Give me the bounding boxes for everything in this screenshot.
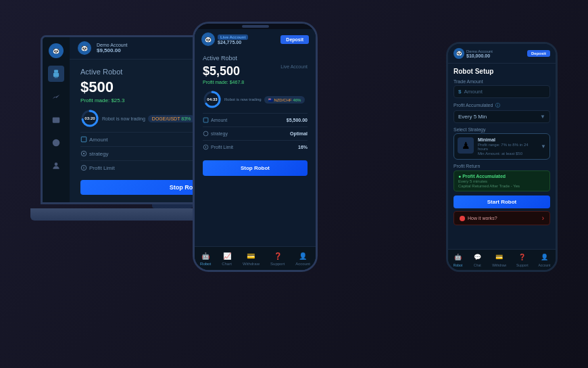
laptop-timer: 03:20 bbox=[80, 109, 99, 128]
phone2-how-it-works-text: How it works? bbox=[468, 216, 497, 221]
phone2-withdraw-nav-icon: 💳 bbox=[495, 252, 504, 262]
chart-nav-icon: 📈 bbox=[222, 251, 232, 260]
laptop-trading-label: Robot is now trading bbox=[102, 116, 145, 121]
phone2-strategy-card[interactable]: ♟ Minimal Profit range: 7% to 8% in 24 h… bbox=[454, 133, 550, 160]
phone2-support-nav-icon: ❓ bbox=[518, 252, 527, 262]
strategy-chevron-icon: ▼ bbox=[541, 143, 546, 150]
svg-rect-1 bbox=[53, 73, 59, 77]
svg-point-8 bbox=[55, 144, 56, 145]
phone1-ui: 🐼 Live Account $24,775.00 Deposit Active… bbox=[195, 29, 316, 270]
phone2-deposit-button[interactable]: Deposit bbox=[527, 50, 550, 57]
phone1-profit-made: Profit made: $467.8 bbox=[203, 80, 244, 85]
phone1-profit-limit-value: 16% bbox=[298, 145, 308, 150]
logo-icon: 🐼 bbox=[48, 43, 64, 59]
sidebar-account-icon[interactable] bbox=[48, 158, 64, 174]
svg-rect-0 bbox=[54, 70, 58, 73]
phone2-nav-robot[interactable]: 🤖 Robot bbox=[453, 252, 462, 267]
chess-piece-icon: ♟ bbox=[458, 137, 474, 154]
phone2-profit-accumulated-label: Profit Accumulated ⓘ bbox=[454, 102, 550, 109]
phone1-trading-label: Robot is now trading bbox=[224, 97, 262, 101]
phone2-nav-account[interactable]: 👤 Account bbox=[538, 252, 550, 267]
phone1-nav-account[interactable]: 👤 Account bbox=[295, 251, 310, 266]
withdraw-nav-icon: 💳 bbox=[246, 251, 255, 260]
phone1-amount-row: Amount $5,500.00 bbox=[203, 113, 308, 127]
phone2-profit-detail1: Every 5 minutes bbox=[458, 179, 545, 183]
phone1-trading-badge: 04:33 Robot is now trading 🇳🇿 NZD/CHF 46… bbox=[203, 90, 305, 109]
phone2-profit-detail2: Capital Returned After Trade - Yes bbox=[458, 184, 545, 188]
laptop-trading-badge: 03:20 Robot is now trading DOGE/USDT 83% bbox=[80, 109, 195, 128]
laptop-profit-made: Profit made: $25.3 bbox=[80, 97, 124, 104]
support-nav-icon: ❓ bbox=[273, 251, 283, 260]
phone1-crypto-badge: 🇳🇿 NZD/CHF 46% bbox=[264, 96, 305, 104]
phone2-outer: 🐼 Demo Account $10,000.00 Deposit Robot … bbox=[446, 42, 558, 272]
phone2-chat-nav-icon: 💬 bbox=[472, 252, 482, 262]
laptop-robot-amount: $500 bbox=[80, 78, 124, 96]
phone1-content: Active Robot $5,500 Profit made: $467.8 … bbox=[195, 49, 316, 246]
phone2-device: 🐼 Demo Account $10,000.00 Deposit Robot … bbox=[446, 42, 558, 272]
svg-point-19 bbox=[203, 131, 208, 136]
svg-rect-3 bbox=[57, 77, 57, 78]
phone2-logo: 🐼 bbox=[454, 48, 464, 59]
laptop-account-type: Demo Account bbox=[97, 43, 128, 47]
phone1-outer: 🐼 Live Account $24,775.00 Deposit Active… bbox=[193, 22, 318, 272]
laptop-sidebar: 🐼 bbox=[43, 37, 70, 202]
phone1-amount-value: $5,500.00 bbox=[287, 118, 308, 122]
phone2-how-it-works[interactable]: How it works? › bbox=[454, 211, 550, 225]
phone1-notch bbox=[195, 24, 316, 29]
phone2-profit-return-label: Profit Return bbox=[454, 164, 550, 168]
phone1-nav-robot[interactable]: 🤖 Robot bbox=[200, 251, 211, 266]
phone2-ui: 🐼 Demo Account $10,000.00 Deposit Robot … bbox=[448, 44, 556, 270]
phone2-nav-withdraw[interactable]: 💳 Withdraw bbox=[492, 252, 506, 267]
phone2-start-robot-button[interactable]: Start Robot bbox=[454, 196, 550, 208]
phone2-trade-amount-input[interactable]: $ Amount bbox=[454, 85, 550, 98]
robot-nav-icon: 🤖 bbox=[201, 251, 210, 260]
phone2-profit-card: ● Profit Accumulated Every 5 minutes Cap… bbox=[454, 170, 550, 191]
phone1-deposit-button[interactable]: Deposit bbox=[280, 35, 309, 44]
phone1-live-label: Live Account bbox=[280, 64, 308, 69]
phone2-nav-support[interactable]: ❓ Support bbox=[516, 252, 529, 267]
laptop-crypto-badge: DOGE/USDT 83% bbox=[148, 115, 195, 122]
phone1-strategy-row: strategy Optimal bbox=[203, 127, 308, 140]
svg-rect-4 bbox=[53, 118, 60, 123]
sidebar-robot-icon[interactable] bbox=[48, 66, 64, 82]
phone1-robot-title: Active Robot bbox=[203, 55, 308, 62]
phone2-account-info: Demo Account $10,000.00 bbox=[466, 49, 493, 58]
phone2-profit-select[interactable]: Every 5 Min ▼ bbox=[454, 110, 550, 123]
phone1-account-info: Live Account $24,775.00 bbox=[218, 34, 248, 45]
sidebar-withdraw-icon[interactable] bbox=[48, 112, 64, 128]
phone2-robot-nav-icon: 🤖 bbox=[453, 252, 462, 262]
phone2-setup-title: Robot Setup bbox=[454, 68, 550, 75]
laptop-account-amount: $9,500.00 bbox=[97, 47, 128, 53]
phone2-content: Robot Setup Trade Amount $ Amount Profit… bbox=[448, 64, 556, 249]
phone1-nav-support[interactable]: ❓ Support bbox=[270, 251, 285, 266]
svg-rect-18 bbox=[203, 118, 208, 122]
phone2-account-nav-icon: 👤 bbox=[539, 252, 549, 262]
laptop-account-info: Demo Account $9,500.00 bbox=[97, 43, 128, 53]
phone2-nav-chat[interactable]: 💬 Chat bbox=[472, 252, 482, 267]
phone2-header: 🐼 Demo Account $10,000.00 Deposit bbox=[448, 44, 556, 64]
phone1-logo: 🐼 bbox=[201, 32, 215, 46]
laptop-logo: 🐼 bbox=[78, 41, 91, 55]
phone1-header: 🐼 Live Account $24,775.00 Deposit bbox=[195, 29, 316, 49]
green-dot-icon: ● bbox=[458, 174, 461, 179]
phone2-profit-return: Profit Return ● Profit Accumulated Every… bbox=[454, 164, 550, 191]
svg-point-9 bbox=[55, 162, 58, 166]
phone2-strategy-label: Select Strategy bbox=[454, 127, 550, 132]
phone1-nav-chart[interactable]: 📈 Chart bbox=[222, 251, 232, 266]
phone1-profit-limit-row: Profit Limit 16% bbox=[203, 140, 308, 154]
phone1-timer: 04:33 bbox=[207, 97, 217, 101]
sidebar-support-icon[interactable] bbox=[48, 135, 64, 151]
phone1-nav: 🤖 Robot 📈 Chart 💳 Withdraw ❓ Support bbox=[195, 246, 316, 270]
svg-rect-12 bbox=[81, 137, 87, 142]
phone1-nav-withdraw[interactable]: 💳 Withdraw bbox=[243, 251, 260, 266]
red-dot-icon bbox=[460, 216, 465, 221]
sidebar-chart-icon[interactable] bbox=[48, 89, 64, 105]
phone2-nav: 🤖 Robot 💬 Chat 💳 Withdraw ❓ Support bbox=[448, 249, 556, 270]
svg-rect-2 bbox=[55, 77, 55, 78]
phone1-device: 🐼 Live Account $24,775.00 Deposit Active… bbox=[193, 22, 318, 272]
phone1-stop-robot-button[interactable]: Stop Robot bbox=[203, 160, 308, 176]
phone2-strategy-info: Minimal Profit range: 7% to 8% in 24 hou… bbox=[478, 137, 537, 156]
phone2-trade-amount-label: Trade Amount bbox=[454, 79, 550, 84]
phone1-robot-amount: $5,500 bbox=[203, 64, 244, 78]
main-scene: 🐼 bbox=[17, 15, 571, 353]
